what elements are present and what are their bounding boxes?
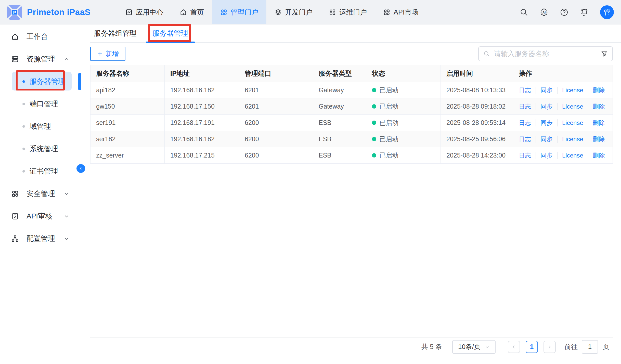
- action-license[interactable]: License: [562, 119, 583, 126]
- main-content: 服务器组管理 服务器管理 新增: [81, 24, 621, 364]
- add-server-button[interactable]: 新增: [90, 47, 125, 61]
- action-log[interactable]: 日志: [519, 135, 531, 143]
- action-license[interactable]: License: [562, 87, 583, 94]
- appstore-icon: [220, 9, 227, 16]
- search-input[interactable]: [494, 50, 597, 58]
- page-unit-label: 页: [603, 342, 609, 351]
- cell-type: ESB: [313, 131, 366, 147]
- action-log[interactable]: 日志: [519, 151, 531, 160]
- status-text: 已启动: [379, 135, 398, 143]
- nav-app-center[interactable]: 应用中心: [117, 0, 172, 24]
- cell-port: 6200: [239, 115, 313, 131]
- table-row[interactable]: gw150 192.168.17.150 6201 Gateway 已启动 20…: [90, 98, 613, 115]
- action-sync[interactable]: 同步: [540, 102, 553, 111]
- action-license[interactable]: License: [562, 103, 583, 110]
- sidebar-item-label: 资源管理: [27, 54, 55, 64]
- cell-status: 已启动: [366, 98, 441, 114]
- server-table: 服务器名称 IP地址 管理端口 服务器类型 状态 启用时间 操作 api182 …: [90, 65, 613, 164]
- column-header-ip: IP地址: [165, 65, 239, 82]
- page-size-select[interactable]: 10条/页: [452, 340, 496, 354]
- nav-home[interactable]: 首页: [172, 0, 212, 24]
- column-header-time: 启用时间: [441, 65, 513, 82]
- nav-api-market[interactable]: API市场: [375, 0, 427, 24]
- action-delete[interactable]: 删除: [593, 151, 605, 160]
- table-row[interactable]: api182 192.168.16.182 6201 Gateway 已启动 2…: [90, 82, 613, 98]
- search-icon[interactable]: [520, 8, 528, 17]
- action-license[interactable]: License: [562, 136, 583, 143]
- action-log[interactable]: 日志: [519, 119, 531, 127]
- status-dot-icon: [372, 88, 376, 92]
- notification-bell-icon[interactable]: [580, 8, 589, 17]
- sidebar-item-server-management[interactable]: 服务器管理: [0, 70, 81, 93]
- topbar: P Primeton iPaaS 应用中心 首页: [0, 0, 621, 24]
- tab-server-group-management[interactable]: 服务器组管理: [94, 24, 137, 42]
- action-sync[interactable]: 同步: [540, 119, 553, 127]
- sidebar-item-port-management[interactable]: 端口管理: [0, 93, 81, 115]
- ai-assistant-icon[interactable]: AI: [539, 8, 549, 17]
- chevron-up-icon: [63, 56, 70, 62]
- sidebar-item-label: 域管理: [30, 122, 51, 131]
- next-page-button[interactable]: [544, 341, 556, 353]
- help-icon[interactable]: [560, 8, 568, 17]
- action-sync[interactable]: 同步: [540, 135, 553, 143]
- sidebar-item-system-management[interactable]: 系统管理: [0, 138, 81, 160]
- status-dot-icon: [372, 137, 376, 141]
- sidebar-item-workbench[interactable]: 工作台: [0, 25, 81, 48]
- cell-port: 6200: [239, 131, 313, 147]
- nav-management-portal[interactable]: 管理门户: [212, 0, 266, 24]
- action-delete[interactable]: 删除: [593, 119, 605, 127]
- action-separator: [588, 152, 588, 159]
- sidebar-item-api-audit[interactable]: API审核: [0, 205, 81, 227]
- sidebar-item-label: 服务器管理: [30, 77, 65, 86]
- sidebar-item-certificate-management[interactable]: 证书管理: [0, 160, 81, 183]
- action-log[interactable]: 日志: [519, 86, 531, 94]
- sidebar-item-config-management[interactable]: 配置管理: [0, 227, 81, 250]
- brand-logo: P Primeton iPaaS: [0, 0, 110, 24]
- sidebar-collapse-button[interactable]: [76, 164, 85, 173]
- action-log[interactable]: 日志: [519, 102, 531, 111]
- chevron-down-icon: [485, 344, 490, 349]
- tab-label: 服务器组管理: [94, 29, 137, 38]
- column-header-actions: 操作: [513, 65, 613, 82]
- sidebar-item-security-management[interactable]: 安全管理: [0, 183, 81, 205]
- cell-type: ESB: [313, 147, 366, 163]
- sidebar-item-label: API审核: [27, 211, 52, 221]
- action-sync[interactable]: 同步: [540, 151, 553, 160]
- bullet-dot-icon: [22, 103, 25, 105]
- action-separator: [557, 152, 558, 159]
- filter-funnel-icon[interactable]: [601, 50, 608, 57]
- table-row[interactable]: ser182 192.168.16.182 6200 ESB 已启动 2025-…: [90, 131, 613, 147]
- appstore-icon: [11, 190, 19, 198]
- nav-ops-portal[interactable]: 运维门户: [321, 0, 375, 24]
- tab-server-management[interactable]: 服务器管理: [152, 24, 188, 42]
- sidebar-item-label: 端口管理: [30, 99, 58, 109]
- table-row[interactable]: ser191 192.168.17.191 6200 ESB 已启动 2025-…: [90, 115, 613, 131]
- cell-server-name: ser191: [90, 115, 165, 131]
- bullet-dot-icon: [22, 125, 25, 128]
- brand-title: Primeton iPaaS: [27, 7, 90, 17]
- page-number-button[interactable]: 1: [526, 341, 538, 353]
- action-sync[interactable]: 同步: [540, 86, 553, 94]
- cell-start-time: 2025-08-28 09:53:14: [441, 115, 513, 131]
- active-indicator-bar: [78, 73, 81, 90]
- action-license[interactable]: License: [562, 152, 583, 159]
- action-delete[interactable]: 删除: [593, 102, 605, 111]
- cell-server-name: ser182: [90, 131, 165, 147]
- bullet-dot-icon: [22, 148, 25, 150]
- sidebar-item-resource-management[interactable]: 资源管理: [0, 48, 81, 70]
- action-separator: [588, 103, 588, 110]
- status-text: 已启动: [379, 102, 398, 111]
- sidebar-item-label: 安全管理: [27, 189, 55, 199]
- sitemap-icon: [11, 235, 19, 242]
- user-avatar[interactable]: 管: [600, 5, 614, 19]
- action-delete[interactable]: 删除: [593, 86, 605, 94]
- sidebar-item-domain-management[interactable]: 域管理: [0, 115, 81, 138]
- goto-page-input[interactable]: [582, 340, 598, 354]
- appstore-icon: [383, 9, 390, 16]
- svg-text:P: P: [13, 10, 16, 15]
- previous-page-button[interactable]: [508, 341, 520, 353]
- nav-dev-portal[interactable]: 开发门户: [266, 0, 321, 24]
- table-row[interactable]: zz_server 192.168.17.215 6200 ESB 已启动 20…: [90, 147, 613, 164]
- action-delete[interactable]: 删除: [593, 135, 605, 143]
- column-header-name: 服务器名称: [90, 65, 165, 82]
